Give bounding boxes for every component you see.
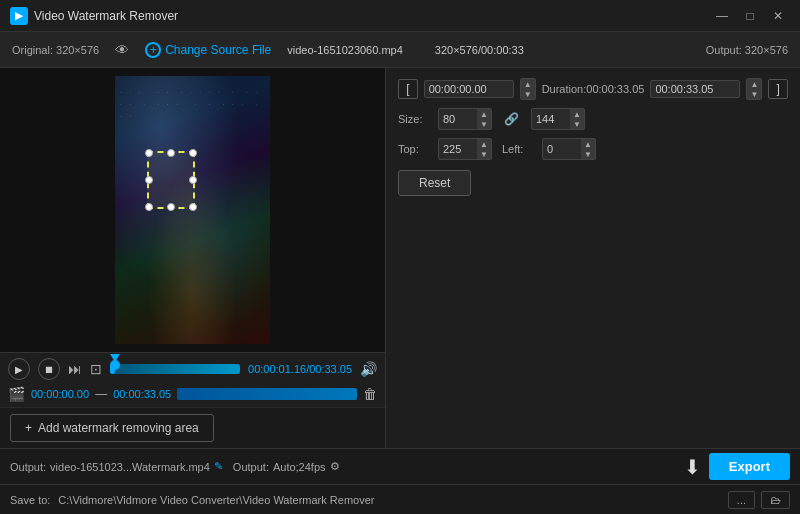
size-row: Size: 80 ▲ ▼ 🔗 144 ▲ ▼: [398, 108, 788, 130]
gear-icon[interactable]: ⚙: [330, 460, 340, 473]
playback-controls: ▶ ⏹ ⏭ ⊡ 00:00:01.16/00:33.05 🔊: [8, 358, 377, 380]
change-source-button[interactable]: + Change Source File: [145, 42, 271, 58]
handle-top-left[interactable]: [145, 149, 153, 157]
left-value: 0: [543, 141, 581, 157]
start-bracket-button[interactable]: [: [398, 79, 418, 99]
end-time-up[interactable]: ▲: [747, 79, 761, 89]
left-field: 0 ▲ ▼: [542, 138, 596, 160]
stop-button[interactable]: ⏹: [38, 358, 60, 380]
left-up[interactable]: ▲: [581, 139, 595, 149]
handle-bottom-right[interactable]: [189, 203, 197, 211]
timeline-cursor[interactable]: [110, 360, 120, 370]
height-value: 144: [532, 111, 570, 127]
more-options-button[interactable]: ...: [728, 491, 755, 509]
status-bar: Output: video-1651023...Watermark.mp4 ✎ …: [0, 448, 800, 484]
handle-bottom-left[interactable]: [145, 203, 153, 211]
handle-left-middle[interactable]: [145, 176, 153, 184]
width-value: 80: [439, 111, 477, 127]
width-up[interactable]: ▲: [477, 109, 491, 119]
time-range-row: [ ▲ ▼ Duration:00:00:33.05 ▲ ▼ ]: [398, 78, 788, 100]
top-down[interactable]: ▼: [477, 149, 491, 159]
left-down[interactable]: ▼: [581, 149, 595, 159]
arrow-down-hint: ⬇: [684, 455, 701, 479]
clip-row: 🎬 00:00:00.00 — 00:00:33.05 🗑: [8, 386, 377, 402]
handle-top-middle[interactable]: [167, 149, 175, 157]
content-area: ▶ ⏹ ⏭ ⊡ 00:00:01.16/00:33.05 🔊 🎬 00:: [0, 68, 800, 514]
minimize-button[interactable]: —: [710, 6, 734, 26]
step-forward-button[interactable]: ⏭: [68, 361, 82, 377]
selection-box[interactable]: [147, 151, 195, 209]
right-panel: [ ▲ ▼ Duration:00:00:33.05 ▲ ▼ ]: [385, 68, 800, 448]
clip-bar: [177, 388, 357, 400]
top-label: Top:: [398, 143, 428, 155]
width-field: 80 ▲ ▼: [438, 108, 492, 130]
save-to-label: Save to:: [10, 494, 50, 506]
video-frame: [115, 76, 270, 344]
left-column: ▶ ⏹ ⏭ ⊡ 00:00:01.16/00:33.05 🔊 🎬 00:: [0, 68, 385, 448]
clip-icon: 🎬: [8, 386, 25, 402]
start-time-input[interactable]: [424, 80, 514, 98]
start-time-down[interactable]: ▼: [521, 89, 535, 99]
end-time-down[interactable]: ▼: [747, 89, 761, 99]
output-resolution-label: Output: 320×576: [706, 44, 788, 56]
middle-row: ▶ ⏹ ⏭ ⊡ 00:00:01.16/00:33.05 🔊 🎬 00:: [0, 68, 800, 448]
titlebar: ▶ Video Watermark Remover — □ ✕: [0, 0, 800, 32]
end-time-spinner: ▲ ▼: [746, 78, 762, 100]
eye-icon[interactable]: 👁: [115, 42, 129, 58]
handle-top-right[interactable]: [189, 149, 197, 157]
clip-start-time: 00:00:00.00: [31, 388, 89, 400]
topbar: Original: 320×576 👁 + Change Source File…: [0, 32, 800, 68]
window-controls: — □ ✕: [710, 6, 790, 26]
delete-clip-button[interactable]: 🗑: [363, 386, 377, 402]
output-label: Output: video-1651023...Watermark.mp4 ✎: [10, 460, 223, 473]
link-icon[interactable]: 🔗: [502, 112, 521, 126]
end-time-input[interactable]: [650, 80, 740, 98]
left-label: Left:: [502, 143, 532, 155]
position-row: Top: 225 ▲ ▼ Left: 0 ▲ ▼: [398, 138, 788, 160]
save-controls: ... 🗁: [728, 491, 790, 509]
size-label: Size:: [398, 113, 428, 125]
width-down[interactable]: ▼: [477, 119, 491, 129]
output-file-name: video-1651023...Watermark.mp4: [50, 461, 210, 473]
add-watermark-button[interactable]: + Add watermark removing area: [10, 414, 214, 442]
height-down[interactable]: ▼: [570, 119, 584, 129]
end-bracket-button[interactable]: ]: [768, 79, 788, 99]
plus-icon: +: [25, 421, 32, 435]
video-preview: [0, 68, 385, 352]
original-resolution-label: Original: 320×576: [12, 44, 99, 56]
time-display: 00:00:01.16/00:33.05: [248, 363, 352, 375]
start-time-up[interactable]: ▲: [521, 79, 535, 89]
file-name: video-1651023060.mp4: [287, 44, 403, 56]
add-watermark-section: + Add watermark removing area: [0, 407, 385, 448]
close-button[interactable]: ✕: [766, 6, 790, 26]
clip-end-time: 00:00:33.05: [113, 388, 171, 400]
output-text-label: Output:: [10, 461, 46, 473]
timeline-track[interactable]: [110, 364, 240, 374]
top-up[interactable]: ▲: [477, 139, 491, 149]
timeline-section: ▶ ⏹ ⏭ ⊡ 00:00:01.16/00:33.05 🔊 🎬 00:: [0, 352, 385, 407]
add-watermark-label: Add watermark removing area: [38, 421, 199, 435]
height-field: 144 ▲ ▼: [531, 108, 585, 130]
height-up[interactable]: ▲: [570, 109, 584, 119]
play-button[interactable]: ▶: [8, 358, 30, 380]
handle-bottom-middle[interactable]: [167, 203, 175, 211]
export-button[interactable]: Export: [709, 453, 790, 480]
top-field: 225 ▲ ▼: [438, 138, 492, 160]
edit-filename-icon[interactable]: ✎: [214, 460, 223, 473]
reset-button[interactable]: Reset: [398, 170, 471, 196]
maximize-button[interactable]: □: [738, 6, 762, 26]
fps-value: Auto;24fps: [273, 461, 326, 473]
timeline-full: [110, 364, 240, 374]
cut-button[interactable]: ⊡: [90, 361, 102, 377]
output-fps: Output: Auto;24fps ⚙: [233, 460, 340, 473]
app-icon: ▶: [10, 7, 28, 25]
duration-label: Duration:00:00:33.05: [542, 83, 645, 95]
output-label-2: Output:: [233, 461, 269, 473]
plus-circle-icon: +: [145, 42, 161, 58]
handle-right-middle[interactable]: [189, 176, 197, 184]
change-source-label: Change Source File: [165, 43, 271, 57]
open-folder-button[interactable]: 🗁: [761, 491, 790, 509]
top-value: 225: [439, 141, 477, 157]
volume-icon[interactable]: 🔊: [360, 361, 377, 377]
save-bar: Save to: C:\Vidmore\Vidmore Video Conver…: [0, 484, 800, 514]
